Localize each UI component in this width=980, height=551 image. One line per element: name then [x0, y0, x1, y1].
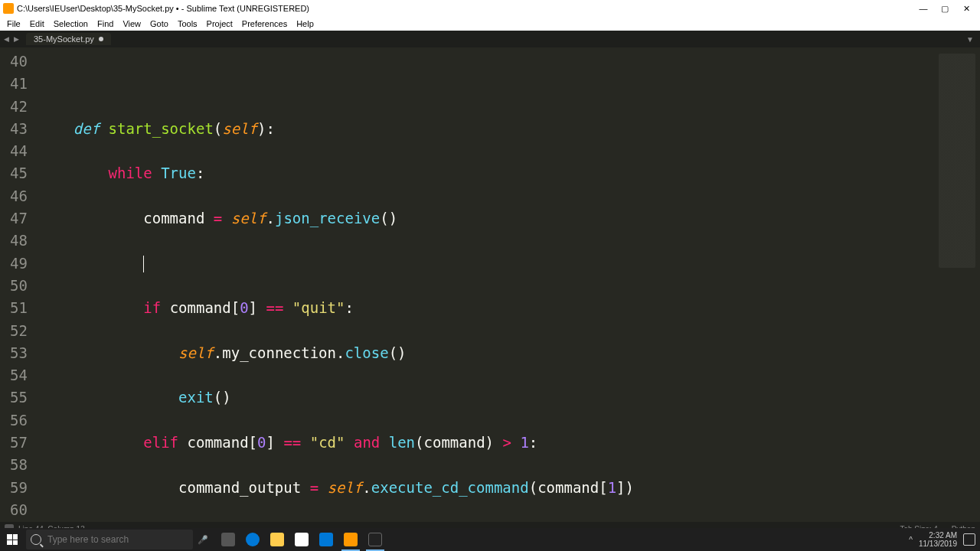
maximize-button[interactable]: ▢ [934, 1, 956, 16]
menu-help[interactable]: Help [292, 19, 318, 28]
menu-goto[interactable]: Goto [146, 19, 172, 28]
search-box[interactable] [26, 530, 193, 549]
tab-prev-icon[interactable]: ◀ [2, 35, 11, 43]
sublime-app[interactable] [338, 528, 363, 551]
tab-dropdown-icon[interactable]: ▼ [960, 35, 980, 44]
cortana-mic-icon[interactable]: 🎤 [193, 535, 213, 545]
tab-next-icon[interactable]: ▶ [11, 35, 21, 43]
code-content[interactable]: def start_socket(self): while True: comm… [34, 47, 934, 522]
menu-selection[interactable]: Selection [50, 19, 92, 28]
cmd-app[interactable] [363, 528, 387, 551]
minimap-content [939, 54, 975, 268]
taskbar: 🎤 ^ 2:32 AM 11/13/2019 [0, 528, 980, 551]
window-title: C:\Users\IEUser\Desktop\35-MySocket.py •… [17, 4, 309, 13]
window-title-bar: C:\Users\IEUser\Desktop\35-MySocket.py •… [0, 0, 980, 17]
notifications-icon[interactable] [963, 533, 975, 546]
windows-icon [7, 534, 18, 545]
tab-nav: ◀ ▶ [0, 35, 23, 43]
menu-project[interactable]: Project [203, 19, 237, 28]
editor-area[interactable]: 40 41 42 43 44 45 46 47 48 49 50 51 52 5… [0, 47, 980, 522]
app-icon [3, 3, 14, 14]
minimize-button[interactable]: — [913, 1, 934, 16]
tab-file[interactable]: 35-MySocket.py [26, 33, 111, 45]
menu-find[interactable]: Find [93, 19, 117, 28]
menu-preferences[interactable]: Preferences [238, 19, 291, 28]
tab-bar: ◀ ▶ 35-MySocket.py ▼ [0, 31, 980, 47]
close-button[interactable]: ✕ [956, 1, 977, 16]
menu-view[interactable]: View [119, 19, 145, 28]
store-app[interactable] [289, 528, 314, 551]
window-controls: — ▢ ✕ [913, 1, 977, 16]
menu-bar: File Edit Selection Find View Goto Tools… [0, 17, 980, 31]
explorer-app[interactable] [265, 528, 289, 551]
clock[interactable]: 2:32 AM 11/13/2019 [919, 531, 957, 548]
search-icon [31, 534, 41, 545]
mail-app[interactable] [314, 528, 338, 551]
minimap[interactable] [934, 47, 980, 522]
edge-app[interactable] [240, 528, 265, 551]
menu-edit[interactable]: Edit [26, 19, 48, 28]
start-button[interactable] [0, 528, 24, 551]
search-input[interactable] [47, 534, 188, 545]
system-tray: ^ 2:32 AM 11/13/2019 [909, 531, 980, 548]
line-gutter: 40 41 42 43 44 45 46 47 48 49 50 51 52 5… [0, 47, 34, 522]
tab-label: 35-MySocket.py [34, 34, 94, 44]
text-cursor [143, 256, 144, 272]
menu-file[interactable]: File [3, 19, 24, 28]
taskbar-apps [216, 528, 387, 551]
dirty-indicator-icon [99, 37, 103, 41]
tray-up-icon[interactable]: ^ [909, 536, 913, 544]
task-view-button[interactable] [216, 528, 240, 551]
menu-tools[interactable]: Tools [174, 19, 201, 28]
